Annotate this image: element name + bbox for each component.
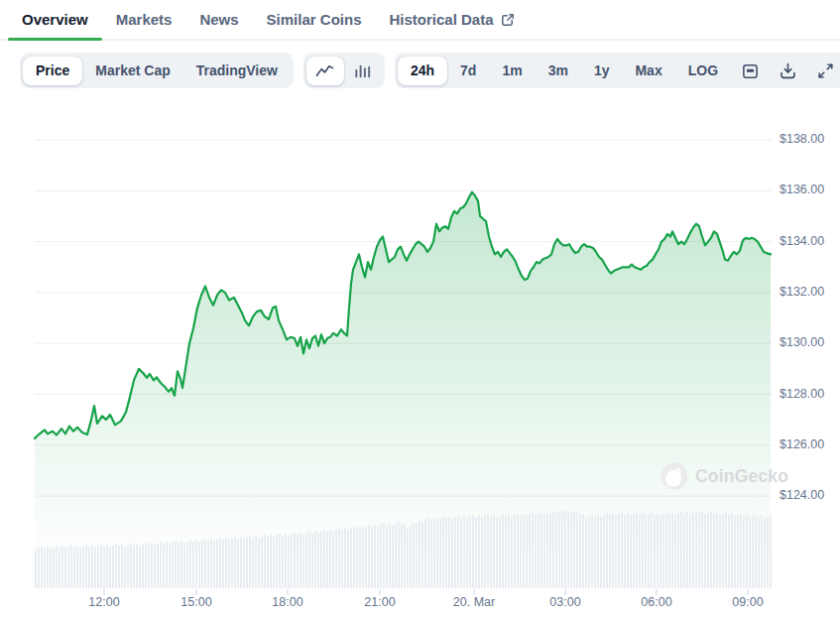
download-chart-button[interactable] bbox=[769, 57, 806, 85]
volume-bar bbox=[154, 545, 156, 588]
volume-bar bbox=[555, 514, 557, 589]
volume-bar bbox=[472, 515, 474, 588]
volume-bar bbox=[538, 513, 540, 588]
volume-bar bbox=[546, 511, 548, 588]
price-view-button[interactable]: Price bbox=[23, 57, 82, 85]
volume-bar bbox=[407, 529, 409, 588]
tab-overview[interactable]: Overview bbox=[8, 0, 102, 39]
volume-bar bbox=[344, 529, 346, 589]
bar-chart-type-button[interactable] bbox=[344, 57, 382, 85]
price-chart[interactable]: $138.00$136.00$134.00$132.00$130.00$128.… bbox=[0, 0, 840, 617]
volume-bar bbox=[621, 512, 623, 588]
range-max-button[interactable]: Max bbox=[622, 57, 674, 85]
range-3m-button[interactable]: 3m bbox=[536, 57, 581, 85]
volume-bar bbox=[600, 517, 602, 588]
volume-bar bbox=[350, 529, 352, 588]
volume-bar bbox=[359, 527, 361, 588]
volume-bar bbox=[737, 515, 739, 588]
volume-bar bbox=[466, 518, 468, 588]
volume-bar bbox=[767, 517, 769, 588]
y-axis-label: $130.00 bbox=[780, 335, 824, 349]
volume-bar bbox=[552, 512, 554, 588]
volume-bar bbox=[421, 522, 423, 588]
volume-bar bbox=[439, 518, 441, 588]
calendar-icon bbox=[741, 62, 760, 80]
volume-bar bbox=[532, 513, 534, 588]
volume-bar bbox=[389, 523, 391, 588]
volume-bar bbox=[166, 542, 168, 588]
volume-bar bbox=[573, 512, 575, 588]
external-link-icon bbox=[501, 13, 515, 27]
volume-bar bbox=[657, 513, 659, 588]
volume-bar bbox=[662, 514, 664, 588]
volume-bar bbox=[642, 512, 644, 588]
volume-bar bbox=[186, 542, 188, 588]
volume-bar bbox=[335, 530, 337, 588]
tab-historical-data[interactable]: Historical Data bbox=[375, 0, 528, 39]
date-range-button[interactable] bbox=[731, 57, 769, 85]
range-1y-button[interactable]: 1y bbox=[581, 57, 623, 85]
range-24h-button[interactable]: 24h bbox=[398, 57, 447, 85]
volume-bar bbox=[716, 513, 718, 588]
volume-bar bbox=[175, 541, 177, 588]
volume-bar bbox=[606, 513, 608, 588]
volume-bar bbox=[460, 518, 462, 588]
volume-bar bbox=[419, 521, 420, 588]
fullscreen-button[interactable] bbox=[806, 57, 840, 85]
log-scale-button[interactable]: LOG bbox=[675, 57, 731, 85]
x-axis-label: 03:00 bbox=[549, 595, 580, 609]
volume-bar bbox=[392, 525, 394, 588]
volume-bar bbox=[112, 545, 114, 588]
tab-similar-coins[interactable]: Similar Coins bbox=[253, 0, 376, 39]
volume-bar bbox=[609, 515, 611, 588]
tab-label: News bbox=[199, 11, 238, 28]
volume-bar bbox=[219, 538, 221, 588]
volume-bar bbox=[323, 530, 325, 588]
volume-bar bbox=[305, 533, 307, 588]
volume-bar bbox=[585, 517, 587, 588]
volume-bar bbox=[639, 514, 641, 588]
volume-bar bbox=[326, 532, 328, 588]
volume-bar bbox=[73, 547, 75, 588]
volume-bar bbox=[404, 524, 406, 588]
volume-bar bbox=[433, 518, 435, 588]
volume-bar bbox=[160, 542, 162, 588]
market-cap-view-button[interactable]: Market Cap bbox=[82, 57, 182, 85]
volume-bar bbox=[478, 515, 480, 588]
volume-bar bbox=[410, 526, 412, 588]
tab-news[interactable]: News bbox=[185, 0, 252, 39]
volume-bar bbox=[243, 539, 245, 588]
volume-bar bbox=[505, 516, 507, 588]
volume-bar bbox=[82, 546, 84, 588]
coingecko-watermark: CoinGecko bbox=[660, 462, 788, 490]
volume-bar bbox=[356, 529, 358, 588]
volume-bar bbox=[668, 515, 670, 588]
time-range-group: 24h 7d 1m 3m 1y Max LOG bbox=[395, 53, 840, 88]
volume-bar bbox=[445, 519, 447, 589]
volume-bar bbox=[183, 543, 185, 588]
volume-bar bbox=[424, 519, 426, 588]
volume-bar bbox=[255, 536, 257, 588]
volume-bar bbox=[728, 515, 730, 588]
y-axis-label: $134.00 bbox=[780, 234, 824, 248]
volume-bar bbox=[374, 525, 376, 588]
volume-bar bbox=[44, 548, 46, 588]
volume-bar bbox=[454, 517, 456, 588]
fullscreen-icon bbox=[816, 62, 835, 80]
range-1m-button[interactable]: 1m bbox=[489, 57, 535, 85]
volume-bar bbox=[213, 541, 215, 588]
volume-bar bbox=[100, 544, 102, 588]
volume-bar bbox=[317, 533, 319, 588]
volume-bar bbox=[252, 538, 254, 588]
tab-markets[interactable]: Markets bbox=[102, 0, 186, 39]
range-7d-button[interactable]: 7d bbox=[447, 57, 489, 85]
line-chart-type-button[interactable] bbox=[306, 57, 344, 85]
volume-bar bbox=[549, 513, 551, 588]
volume-bar bbox=[427, 517, 429, 588]
volume-bar bbox=[695, 511, 697, 588]
volume-bar bbox=[520, 516, 522, 588]
tradingview-view-button[interactable]: TradingView bbox=[183, 57, 291, 85]
volume-bar bbox=[294, 533, 296, 588]
volume-bar bbox=[300, 533, 301, 588]
volume-bar bbox=[136, 544, 138, 588]
